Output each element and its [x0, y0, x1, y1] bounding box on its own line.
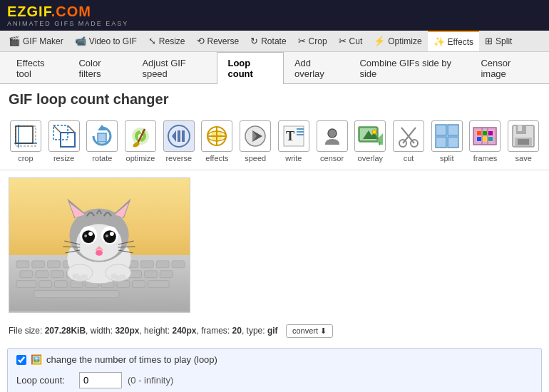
svg-rect-46 [448, 137, 458, 148]
overlay-icon: + [354, 120, 386, 152]
cut-icon [393, 120, 424, 152]
svg-rect-9 [98, 133, 106, 142]
overlay-label: overlay [358, 154, 383, 163]
nav-crop[interactable]: ✂ Crop [292, 31, 333, 51]
censor-icon [317, 120, 348, 152]
effects-label: effects [205, 154, 228, 163]
nav-reverse[interactable]: ⟲ Reverse [191, 31, 245, 51]
nav-effects[interactable]: ✨ Effects [428, 31, 479, 51]
svg-point-122 [81, 274, 88, 280]
nav-gif-maker[interactable]: 🎬 GIF Maker [3, 31, 69, 51]
nav-video-to-gif[interactable]: 📹 Video to GIF [69, 31, 143, 51]
nav-gif-maker-label: GIF Maker [23, 36, 63, 46]
svg-rect-74 [172, 261, 185, 268]
svg-rect-55 [488, 131, 493, 135]
tab-adjust-gif-speed[interactable]: Adjust GIF speed [131, 52, 217, 84]
top-nav: 🎬 GIF Maker 📹 Video to GIF ⤡ Resize ⟲ Re… [0, 31, 549, 52]
reverse-icon [163, 120, 195, 152]
svg-point-107 [110, 232, 114, 236]
file-type: gif [267, 326, 278, 336]
loop-checkbox[interactable] [16, 355, 26, 365]
logo-tagline: ANIMATED GIFS MADE EASY [7, 20, 542, 27]
tool-reverse[interactable]: reverse [160, 118, 197, 165]
write-label: write [285, 154, 302, 163]
svg-rect-61 [518, 139, 529, 145]
svg-line-7 [68, 125, 75, 133]
cut-label: cut [404, 154, 414, 163]
svg-rect-91 [117, 281, 130, 288]
save-label: save [515, 154, 532, 163]
svg-rect-17 [178, 130, 180, 142]
svg-rect-87 [54, 281, 67, 288]
nav-split[interactable]: ⊞ Split [479, 31, 518, 51]
loop-checkbox-label[interactable]: change the number of times to play (loop… [46, 354, 217, 365]
svg-rect-77 [51, 271, 64, 278]
svg-point-109 [106, 234, 108, 237]
tool-overlay[interactable]: + overlay [352, 118, 389, 165]
svg-rect-54 [483, 137, 487, 141]
convert-button[interactable]: convert ⬇ [286, 324, 333, 338]
censor-label: censor [320, 154, 344, 163]
svg-rect-93 [148, 281, 169, 288]
resize-icon [48, 120, 80, 152]
rotate-icon [86, 120, 118, 152]
gif-preview [9, 177, 190, 313]
nav-cut-label: Cut [349, 36, 363, 46]
svg-text:T: T [286, 129, 294, 143]
tool-save[interactable]: save [505, 118, 542, 165]
sub-tabs: Effects tool Color filters Adjust GIF sp… [0, 52, 549, 84]
tool-effects[interactable]: effects [199, 118, 236, 165]
tab-censor-image[interactable]: Censor image [470, 52, 543, 84]
tool-resize[interactable]: resize [46, 118, 83, 165]
tool-censor[interactable]: censor [314, 118, 351, 165]
svg-point-111 [96, 250, 103, 256]
loop-count-input[interactable] [79, 372, 122, 388]
tool-write[interactable]: T write [275, 118, 312, 165]
header: EZGIF.COM ANIMATED GIFS MADE EASY [0, 0, 549, 31]
file-size-label: File size: [9, 326, 42, 336]
nav-rotate[interactable]: ↻ Rotate [245, 31, 292, 51]
tab-add-overlay[interactable]: Add overlay [284, 52, 349, 84]
tool-speed[interactable]: speed [237, 118, 274, 165]
split-label: split [440, 154, 454, 163]
file-size-value: 207.28KiB [45, 326, 86, 336]
nav-video-to-gif-label: Video to GIF [89, 36, 137, 46]
file-width: 320px [115, 326, 139, 336]
crop-icon [10, 120, 41, 152]
nav-cut[interactable]: ✂ Cut [333, 31, 369, 51]
svg-rect-52 [477, 137, 481, 141]
page-title: GIF loop count changer [0, 84, 549, 113]
svg-rect-56 [488, 137, 493, 141]
tool-frames[interactable]: frames [467, 118, 504, 165]
tab-combine-gifs[interactable]: Combine GIFs side by side [349, 52, 470, 84]
svg-text:+: + [377, 138, 382, 148]
tool-split[interactable]: split [429, 118, 466, 165]
rotate-label: rotate [92, 154, 112, 163]
tool-optimize[interactable]: optimize [122, 118, 159, 165]
svg-rect-53 [483, 131, 487, 135]
tab-color-filters[interactable]: Color filters [68, 52, 131, 84]
loop-count-label: Loop count: [16, 375, 73, 386]
svg-rect-65 [32, 261, 45, 268]
cat-svg [9, 177, 190, 312]
tool-rotate[interactable]: rotate [83, 118, 120, 165]
svg-rect-45 [436, 137, 446, 148]
split-icon [431, 120, 463, 152]
checkbox-row: 🖼️ change the number of times to play (l… [16, 354, 533, 365]
svg-rect-73 [156, 261, 169, 268]
nav-optimize-label: Optimize [388, 36, 421, 46]
optimize-icon [125, 120, 156, 152]
tool-cut[interactable]: cut [390, 118, 427, 165]
loop-count-row: Loop count: (0 - infinity) [16, 369, 533, 391]
options-area: 🖼️ change the number of times to play (l… [7, 348, 542, 392]
svg-rect-76 [36, 271, 48, 278]
resize-label: resize [53, 154, 74, 163]
nav-crop-label: Crop [309, 36, 327, 46]
tab-loop-count[interactable]: Loop count [217, 52, 283, 84]
tab-effects-tool[interactable]: Effects tool [6, 52, 68, 84]
nav-optimize[interactable]: ⚡ Optimize [368, 31, 427, 51]
nav-resize[interactable]: ⤡ Resize [143, 31, 191, 51]
tool-crop[interactable]: crop [7, 118, 44, 165]
svg-rect-86 [39, 281, 52, 288]
speed-icon [240, 120, 271, 152]
